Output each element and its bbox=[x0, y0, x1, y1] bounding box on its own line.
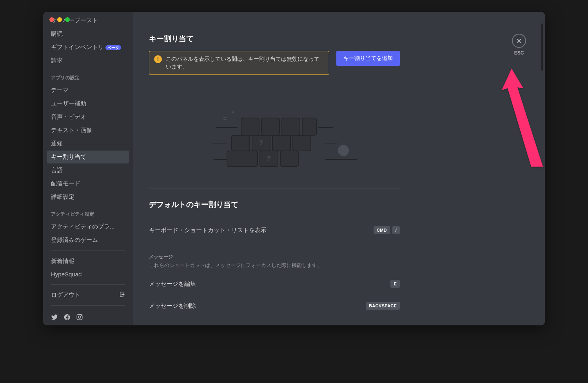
svg-point-1 bbox=[78, 316, 81, 318]
sidebar-item-label: 言語 bbox=[51, 167, 63, 174]
sidebar-item-activity-privacy[interactable]: アクティビティのプラ... bbox=[47, 220, 129, 233]
sidebar-divider bbox=[51, 284, 125, 285]
page-title: キー割り当て bbox=[149, 34, 400, 44]
keybind-row: メッセージを削除BACKSPACE bbox=[149, 295, 400, 317]
sidebar-item-logout[interactable]: ログアウト bbox=[47, 289, 129, 301]
keycap-group: E bbox=[390, 280, 400, 288]
sidebar-item-subscriptions[interactable]: 購読 bbox=[47, 27, 129, 40]
keybind-row: メッセージを編集E bbox=[149, 273, 400, 295]
sidebar-item-appearance[interactable]: テーマ bbox=[47, 84, 129, 97]
keycap: BACKSPACE bbox=[366, 302, 400, 310]
keybind-label: メッセージを編集 bbox=[149, 280, 196, 288]
sidebar-section-header: アクティビティ設定 bbox=[47, 204, 129, 220]
sidebar-item-voice-video[interactable]: 音声・ビデオ bbox=[47, 111, 129, 123]
instagram-icon[interactable] bbox=[76, 314, 83, 322]
divider bbox=[149, 87, 400, 87]
svg-point-2 bbox=[81, 315, 82, 316]
sidebar-item-text-images[interactable]: テキスト・画像 bbox=[47, 124, 129, 137]
sidebar-item-label: 購読 bbox=[51, 30, 63, 38]
sidebar-item-label: 登録済みのゲーム bbox=[51, 236, 98, 244]
close-icon bbox=[512, 34, 526, 48]
keycap: / bbox=[392, 226, 400, 234]
keycap: CMD bbox=[374, 226, 390, 234]
category-header: メッセージ bbox=[149, 254, 400, 260]
category-description: これらのショートカットは、メッセージにフォーカスした際に機能します。 bbox=[149, 262, 400, 269]
facebook-icon[interactable] bbox=[64, 314, 71, 322]
sidebar-item-language[interactable]: 言語 bbox=[47, 164, 129, 177]
sidebar-item-label: 請求 bbox=[51, 57, 63, 64]
sidebar-item-hypesquad[interactable]: HypeSquad bbox=[47, 268, 129, 280]
logout-icon bbox=[119, 291, 125, 299]
sidebar-divider bbox=[51, 250, 125, 251]
sidebar-divider bbox=[51, 305, 125, 306]
settings-main: キー割り当て ! このパネルを表示している間は、キー割り当ては無効になっています… bbox=[133, 12, 545, 325]
traffic-lights bbox=[49, 17, 70, 22]
sidebar-item-label: キー割り当て bbox=[51, 153, 86, 161]
close-settings-button[interactable]: ESC bbox=[512, 34, 526, 56]
sidebar-item-label: HypeSquad bbox=[51, 271, 82, 278]
version-info: Stable 156080 (c1142ae)Host 0.0.269OS X … bbox=[47, 322, 129, 325]
window-maximize-button[interactable] bbox=[65, 17, 70, 22]
sidebar-item-gift-inventory[interactable]: ギフトインベントリベータ bbox=[47, 41, 129, 54]
sidebar-section-header: アプリの設定 bbox=[47, 67, 129, 83]
social-links bbox=[47, 310, 129, 322]
divider bbox=[149, 188, 400, 189]
keybind-label: キーボード・ショートカット・リストを表示 bbox=[149, 227, 267, 234]
sidebar-item-advanced[interactable]: 詳細設定 bbox=[47, 191, 129, 203]
settings-sidebar: サーバーブースト購読ギフトインベントリベータ請求アプリの設定テーマユーザー補助音… bbox=[43, 12, 133, 325]
window-minimize-button[interactable] bbox=[57, 17, 62, 22]
sidebar-item-label: 配信モード bbox=[51, 180, 80, 187]
annotation-arrow bbox=[488, 65, 545, 174]
keybind-row: キーボード・ショートカット・リストを表示CMD/ bbox=[149, 219, 400, 241]
sidebar-item-streamer-mode[interactable]: 配信モード bbox=[47, 177, 129, 190]
keybind-label: メッセージを削除 bbox=[149, 302, 196, 310]
close-label: ESC bbox=[514, 50, 524, 56]
sidebar-item-label: ユーザー補助 bbox=[51, 100, 86, 107]
keycap: E bbox=[390, 280, 400, 288]
sidebar-item-notifications[interactable]: 通知 bbox=[47, 137, 129, 150]
sidebar-item-keybinds[interactable]: キー割り当て bbox=[47, 151, 129, 163]
twitter-icon[interactable] bbox=[51, 314, 58, 322]
sidebar-item-label: 音声・ビデオ bbox=[51, 113, 86, 121]
sidebar-item-registered-games[interactable]: 登録済みのゲーム bbox=[47, 234, 129, 247]
keycap-group: BACKSPACE bbox=[366, 302, 400, 310]
keycap-group: CMD/ bbox=[374, 226, 400, 234]
empty-state-illustration: ? ? bbox=[149, 98, 400, 188]
sidebar-item-label: ログアウト bbox=[51, 291, 80, 299]
sidebar-item-changelog[interactable]: 新着情報 bbox=[47, 255, 129, 268]
warning-banner: ! このパネルを表示している間は、キー割り当ては無効になっています。 bbox=[149, 51, 329, 75]
warning-icon: ! bbox=[154, 55, 162, 63]
sidebar-item-label: 新着情報 bbox=[51, 258, 74, 265]
add-keybind-button[interactable]: キー割り当てを追加 bbox=[336, 51, 400, 66]
sidebar-item-label: テキスト・画像 bbox=[51, 127, 92, 134]
defaults-title: デフォルトのキー割り当て bbox=[149, 200, 400, 210]
beta-badge: ベータ bbox=[105, 45, 121, 50]
sidebar-item-label: 詳細設定 bbox=[51, 193, 74, 201]
sidebar-item-label: ギフトインベントリベータ bbox=[51, 44, 121, 51]
app-window: サーバーブースト購読ギフトインベントリベータ請求アプリの設定テーマユーザー補助音… bbox=[43, 12, 545, 325]
sidebar-item-accessibility[interactable]: ユーザー補助 bbox=[47, 97, 129, 110]
keybind-category: メッセージこれらのショートカットは、メッセージにフォーカスした際に機能します。メ… bbox=[149, 254, 400, 317]
warning-text: このパネルを表示している間は、キー割り当ては無効になっています。 bbox=[166, 55, 324, 71]
sidebar-item-billing[interactable]: 請求 bbox=[47, 54, 129, 67]
sidebar-item-label: 通知 bbox=[51, 140, 63, 147]
sidebar-item-label: テーマ bbox=[51, 87, 69, 94]
sidebar-item-label: アクティビティのプラ... bbox=[51, 223, 115, 231]
scrollbar[interactable] bbox=[541, 24, 543, 324]
window-close-button[interactable] bbox=[49, 17, 54, 22]
